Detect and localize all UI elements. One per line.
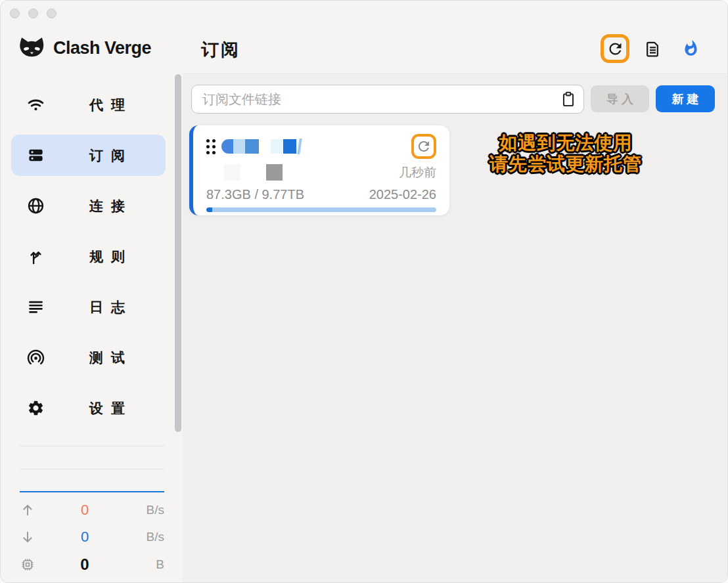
drag-handle-icon[interactable] [206,139,216,154]
memory-value: 0 [35,555,134,574]
new-button[interactable]: 新建 [656,85,715,112]
memory-stat-row: 0 B [20,551,164,578]
chip-icon [20,557,35,572]
radar-icon [27,349,45,366]
sidebar-item-subscription[interactable]: 订阅 [11,135,166,176]
sidebar-item-test[interactable]: 测试 [11,337,166,378]
upload-stat-row: 0 B/s [20,496,164,523]
usage-progress-fill [206,207,212,212]
app-window: Clash Verge 代理 [0,0,728,583]
sidebar-item-label: 连接 [89,197,133,215]
import-button[interactable]: 导入 [591,85,649,112]
core-status-button[interactable] [682,39,700,57]
app-logo: Clash Verge [18,35,151,61]
upload-speed-unit: B/s [134,503,164,517]
url-input-wrap [191,85,584,114]
download-speed-unit: B/s [134,530,164,544]
sidebar: Clash Verge 代理 [1,1,183,582]
profile-card[interactable]: 几秒前 87.3GB / 9.77TB 2025-02-26 [189,125,449,215]
subscription-url-input[interactable] [191,85,584,114]
arrow-down-icon [20,529,35,545]
profile-card-usage-row: 87.3GB / 9.77TB 2025-02-26 [206,187,436,202]
redacted-block [266,164,283,181]
redacted-block [224,164,240,181]
profile-card-meta: 几秒前 [206,163,436,181]
annotation-tip-text: 如遇到无法使用 请先尝试更新托管 [428,133,704,175]
fork-arrow-icon [27,248,45,265]
sidebar-divider [20,446,164,446]
traffic-sparkline [20,491,164,492]
subscription-content: 导入 新建 [183,75,727,582]
flame-icon [682,39,700,57]
subscription-list-icon [27,146,45,164]
sidebar-item-label: 测试 [89,349,133,367]
sidebar-scrollbar[interactable] [175,74,181,432]
profile-expire-date: 2025-02-26 [369,187,436,202]
profile-usage-text: 87.3GB / 9.77TB [206,187,304,202]
refresh-icon [606,40,624,58]
sidebar-item-settings[interactable]: 设置 [11,387,166,429]
annotation-highlight-box [601,34,629,63]
log-lines-icon [27,298,45,316]
subscription-toolbar: 导入 新建 [191,85,715,114]
wifi-icon [27,96,45,114]
gear-icon [27,399,45,417]
sidebar-divider [20,469,164,469]
document-icon [644,40,662,58]
annotation-line-2: 请先尝试更新托管 [428,154,704,175]
sidebar-item-logs[interactable]: 日志 [11,286,166,328]
page-title: 订阅 [201,38,240,62]
sidebar-item-rules[interactable]: 规则 [11,236,166,277]
download-speed-value: 0 [35,529,134,546]
usage-progress-bar [206,207,436,212]
annotation-line-1: 如遇到无法使用 [428,133,704,154]
cat-logo-icon [18,35,45,61]
paste-from-clipboard-button[interactable] [559,90,578,108]
upload-speed-value: 0 [35,502,134,519]
clipboard-icon [560,91,577,108]
globe-icon [27,197,45,215]
download-stat-row: 0 B/s [20,523,164,550]
page-header: 订阅 [183,1,727,74]
sidebar-item-label: 日志 [89,298,133,316]
sidebar-item-connections[interactable]: 连接 [11,185,166,227]
profile-name-redacted [221,139,301,154]
refresh-all-button[interactable] [606,40,624,58]
sidebar-item-label: 规则 [89,248,133,266]
sidebar-item-proxy[interactable]: 代理 [11,84,166,125]
arrow-up-icon [20,502,35,518]
view-config-button[interactable] [644,40,662,58]
sidebar-nav: 代理 订阅 [11,84,166,429]
profile-card-header [206,133,436,160]
app-title: Clash Verge [53,38,151,58]
sidebar-item-label: 设置 [89,399,133,418]
main-panel: 订阅 [183,1,727,582]
sidebar-item-label: 代理 [89,96,133,114]
sidebar-item-label: 订阅 [89,146,133,165]
memory-unit: B [134,557,164,572]
